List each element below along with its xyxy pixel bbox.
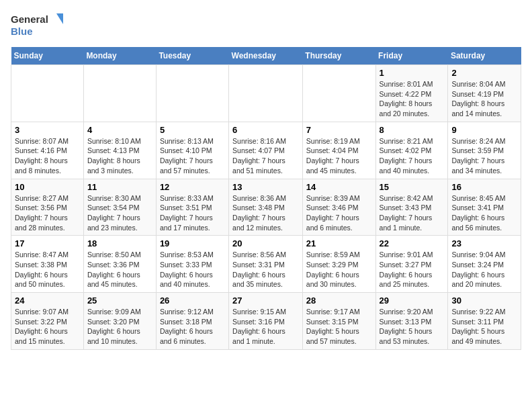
day-cell: 26Sunrise: 9:12 AM Sunset: 3:18 PM Dayli… [156, 293, 228, 350]
day-info: Sunrise: 9:22 AM Sunset: 3:11 PM Dayligh… [451, 307, 517, 347]
day-info: Sunrise: 8:01 AM Sunset: 4:22 PM Dayligh… [380, 79, 445, 119]
day-number: 19 [160, 238, 225, 248]
day-info: Sunrise: 8:30 AM Sunset: 3:54 PM Dayligh… [87, 193, 152, 233]
day-info: Sunrise: 8:47 AM Sunset: 3:38 PM Dayligh… [15, 250, 80, 289]
day-cell: 25Sunrise: 9:09 AM Sunset: 3:20 PM Dayli… [83, 293, 156, 350]
header-sunday: Sunday [11, 47, 84, 65]
day-info: Sunrise: 9:01 AM Sunset: 3:27 PM Dayligh… [380, 250, 445, 289]
day-number: 24 [15, 295, 80, 306]
day-cell: 29Sunrise: 9:20 AM Sunset: 3:13 PM Dayli… [375, 293, 448, 350]
day-info: Sunrise: 9:09 AM Sunset: 3:20 PM Dayligh… [87, 307, 152, 347]
day-info: Sunrise: 9:15 AM Sunset: 3:16 PM Dayligh… [232, 307, 299, 347]
day-cell: 7Sunrise: 8:19 AM Sunset: 4:04 PM Daylig… [302, 122, 375, 179]
day-number: 30 [451, 295, 517, 306]
week-row-4: 17Sunrise: 8:47 AM Sunset: 3:38 PM Dayli… [11, 236, 521, 293]
day-info: Sunrise: 8:53 AM Sunset: 3:33 PM Dayligh… [160, 250, 225, 289]
day-info: Sunrise: 8:13 AM Sunset: 4:10 PM Dayligh… [160, 136, 225, 176]
day-number: 12 [160, 182, 225, 192]
header: General Blue [11, 11, 521, 40]
svg-marker-2 [56, 13, 63, 24]
day-cell: 16Sunrise: 8:45 AM Sunset: 3:41 PM Dayli… [448, 179, 521, 236]
day-cell: 18Sunrise: 8:50 AM Sunset: 3:36 PM Dayli… [83, 236, 156, 293]
day-cell: 11Sunrise: 8:30 AM Sunset: 3:54 PM Dayli… [83, 179, 156, 236]
week-row-5: 24Sunrise: 9:07 AM Sunset: 3:22 PM Dayli… [11, 293, 521, 350]
header-wednesday: Wednesday [229, 47, 303, 65]
day-cell: 3Sunrise: 8:07 AM Sunset: 4:16 PM Daylig… [11, 122, 84, 179]
day-number: 7 [306, 125, 372, 135]
day-number: 2 [451, 68, 517, 78]
day-cell [11, 65, 84, 122]
day-cell: 12Sunrise: 8:33 AM Sunset: 3:51 PM Dayli… [156, 179, 228, 236]
day-cell: 6Sunrise: 8:16 AM Sunset: 4:07 PM Daylig… [229, 122, 303, 179]
day-info: Sunrise: 8:24 AM Sunset: 3:59 PM Dayligh… [451, 136, 517, 176]
svg-text:Blue: Blue [11, 26, 33, 37]
day-info: Sunrise: 8:10 AM Sunset: 4:13 PM Dayligh… [87, 136, 152, 176]
calendar-header: SundayMondayTuesdayWednesdayThursdayFrid… [11, 47, 521, 65]
day-cell: 17Sunrise: 8:47 AM Sunset: 3:38 PM Dayli… [11, 236, 84, 293]
logo-svg: General Blue [11, 11, 64, 40]
day-number: 18 [87, 238, 152, 248]
day-info: Sunrise: 8:21 AM Sunset: 4:02 PM Dayligh… [380, 136, 445, 176]
logo: General Blue [11, 11, 64, 40]
day-number: 13 [232, 182, 299, 192]
day-cell: 24Sunrise: 9:07 AM Sunset: 3:22 PM Dayli… [11, 293, 84, 350]
day-info: Sunrise: 8:42 AM Sunset: 3:43 PM Dayligh… [380, 193, 445, 233]
day-number: 25 [87, 295, 152, 306]
day-number: 3 [15, 125, 80, 135]
week-row-1: 1Sunrise: 8:01 AM Sunset: 4:22 PM Daylig… [11, 65, 521, 122]
week-row-3: 10Sunrise: 8:27 AM Sunset: 3:56 PM Dayli… [11, 179, 521, 236]
day-number: 17 [15, 238, 80, 248]
day-cell: 10Sunrise: 8:27 AM Sunset: 3:56 PM Dayli… [11, 179, 84, 236]
day-number: 8 [380, 125, 445, 135]
day-cell: 19Sunrise: 8:53 AM Sunset: 3:33 PM Dayli… [156, 236, 228, 293]
day-cell: 13Sunrise: 8:36 AM Sunset: 3:48 PM Dayli… [229, 179, 303, 236]
day-cell: 8Sunrise: 8:21 AM Sunset: 4:02 PM Daylig… [375, 122, 448, 179]
day-info: Sunrise: 9:04 AM Sunset: 3:24 PM Dayligh… [451, 250, 517, 289]
calendar-table: SundayMondayTuesdayWednesdayThursdayFrid… [11, 47, 521, 350]
calendar-body: 1Sunrise: 8:01 AM Sunset: 4:22 PM Daylig… [11, 65, 521, 350]
day-info: Sunrise: 8:39 AM Sunset: 3:46 PM Dayligh… [306, 193, 372, 233]
day-number: 14 [306, 182, 372, 192]
day-cell: 27Sunrise: 9:15 AM Sunset: 3:16 PM Dayli… [229, 293, 303, 350]
day-cell: 4Sunrise: 8:10 AM Sunset: 4:13 PM Daylig… [83, 122, 156, 179]
day-cell: 15Sunrise: 8:42 AM Sunset: 3:43 PM Dayli… [375, 179, 448, 236]
day-number: 23 [451, 238, 517, 248]
day-number: 4 [87, 125, 152, 135]
day-cell [302, 65, 375, 122]
day-number: 22 [380, 238, 445, 248]
day-number: 28 [306, 295, 372, 306]
header-saturday: Saturday [448, 47, 521, 65]
week-row-2: 3Sunrise: 8:07 AM Sunset: 4:16 PM Daylig… [11, 122, 521, 179]
day-cell: 21Sunrise: 8:59 AM Sunset: 3:29 PM Dayli… [302, 236, 375, 293]
day-info: Sunrise: 8:50 AM Sunset: 3:36 PM Dayligh… [87, 250, 152, 289]
day-number: 26 [160, 295, 225, 306]
day-cell: 5Sunrise: 8:13 AM Sunset: 4:10 PM Daylig… [156, 122, 228, 179]
day-cell [83, 65, 156, 122]
day-info: Sunrise: 8:16 AM Sunset: 4:07 PM Dayligh… [232, 136, 299, 176]
day-number: 10 [15, 182, 80, 192]
svg-text:General: General [11, 13, 48, 25]
day-info: Sunrise: 8:33 AM Sunset: 3:51 PM Dayligh… [160, 193, 225, 233]
day-number: 21 [306, 238, 372, 248]
day-info: Sunrise: 9:12 AM Sunset: 3:18 PM Dayligh… [160, 307, 225, 347]
header-thursday: Thursday [302, 47, 375, 65]
day-info: Sunrise: 8:56 AM Sunset: 3:31 PM Dayligh… [232, 250, 299, 289]
day-number: 6 [232, 125, 299, 135]
day-info: Sunrise: 8:59 AM Sunset: 3:29 PM Dayligh… [306, 250, 372, 289]
day-number: 29 [380, 295, 445, 306]
day-info: Sunrise: 8:07 AM Sunset: 4:16 PM Dayligh… [15, 136, 80, 176]
day-cell: 2Sunrise: 8:04 AM Sunset: 4:19 PM Daylig… [448, 65, 521, 122]
day-number: 1 [380, 68, 445, 78]
day-cell [156, 65, 228, 122]
day-number: 15 [380, 182, 445, 192]
day-number: 5 [160, 125, 225, 135]
header-friday: Friday [375, 47, 448, 65]
day-info: Sunrise: 8:04 AM Sunset: 4:19 PM Dayligh… [451, 79, 517, 119]
header-monday: Monday [83, 47, 156, 65]
day-cell: 22Sunrise: 9:01 AM Sunset: 3:27 PM Dayli… [375, 236, 448, 293]
day-info: Sunrise: 8:19 AM Sunset: 4:04 PM Dayligh… [306, 136, 372, 176]
day-cell: 20Sunrise: 8:56 AM Sunset: 3:31 PM Dayli… [229, 236, 303, 293]
day-cell: 30Sunrise: 9:22 AM Sunset: 3:11 PM Dayli… [448, 293, 521, 350]
day-info: Sunrise: 9:17 AM Sunset: 3:15 PM Dayligh… [306, 307, 372, 347]
day-number: 16 [451, 182, 517, 192]
